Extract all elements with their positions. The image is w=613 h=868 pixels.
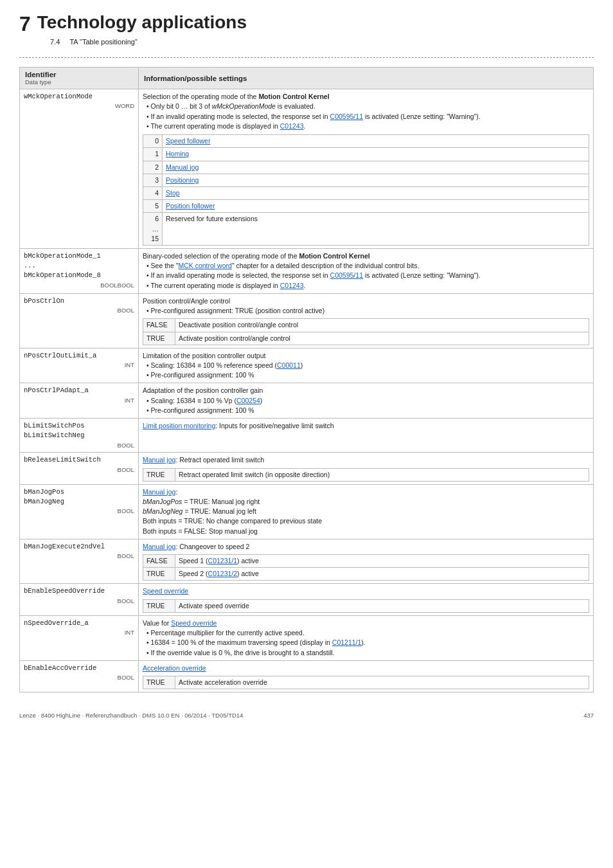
identifier-bManJog: bManJogPosbManJogNeg [24, 487, 134, 507]
link-c00011[interactable]: C00011 [277, 361, 301, 369]
link-stop[interactable]: Stop [166, 189, 180, 197]
identifier-bMckOpMode: bMckOperationMode_1...bMckOperationMode_… [24, 251, 134, 281]
link-c00254[interactable]: C00254 [236, 397, 260, 404]
link-manual-jog[interactable]: Manual jog [166, 163, 199, 171]
section-divider [19, 57, 594, 58]
link-manual-jog-4[interactable]: Manual jog [143, 543, 175, 550]
chapter-title: Technology applications [37, 13, 247, 33]
link-c00595[interactable]: C00595/11 [330, 113, 363, 120]
link-mck-control-word[interactable]: MCK control word [178, 262, 231, 269]
link-homing[interactable]: Homing [166, 150, 189, 158]
link-limit-position-monitoring[interactable]: Limit position monitoring [143, 422, 215, 429]
link-c01243-2[interactable]: C01243 [280, 282, 304, 289]
list-item: TRUE Retract operated limit switch (in o… [143, 468, 589, 481]
link-manual-jog-3[interactable]: Manual jog [143, 488, 175, 496]
footer-page-number: 437 [583, 712, 594, 719]
identifier-wMckOperationMode: wMckOperationMode [24, 92, 134, 102]
table-row: wMckOperationMode WORD Selection of the … [20, 89, 594, 249]
link-speed-override-2[interactable]: Speed override [171, 619, 217, 627]
table-row: bManJogPosbManJogNeg BOOL Manual jog: bM… [20, 484, 594, 539]
list-item: 1 Homing [143, 148, 589, 161]
link-c00595-2[interactable]: C00595/11 [330, 271, 363, 279]
section-title: TA "Table positioning" [69, 38, 137, 46]
link-acceleration-override[interactable]: Acceleration override [143, 664, 206, 672]
table-row: bPosCtrlOn BOOL Position control/Angle c… [20, 293, 594, 348]
list-item: TRUE Activate speed override [143, 599, 589, 612]
table-row: bReleaseLimitSwitch BOOL Manual jog: Ret… [20, 453, 594, 484]
link-c01231-2[interactable]: C01231/2 [208, 570, 238, 577]
list-item: FALSE Speed 1 (C01231/1) active [143, 555, 589, 568]
main-table: Identifier Data type Information/possibl… [19, 67, 594, 692]
link-position-follower[interactable]: Position follower [166, 202, 215, 210]
list-item: FALSE Deactivate position control/angle … [143, 319, 589, 332]
link-c01231-1[interactable]: C01231/1 [208, 557, 238, 565]
list-item: 3 Positioning [143, 174, 589, 186]
identifier-bLimitSwitch: bLimitSwitchPosbLimitSwitchNeg [24, 421, 134, 440]
footer: Lenze · 8400 HighLine · Referenzhandbuch… [19, 712, 594, 719]
list-item: 0 Speed follower [143, 135, 589, 148]
table-row: bEnableSpeedOverride BOOL Speed override… [20, 584, 594, 615]
identifier-nPosCtrlOutLimit: nPosCtrlOutLimit_a [24, 351, 134, 361]
link-positioning[interactable]: Positioning [166, 176, 199, 184]
list-item: 5 Position follower [143, 200, 589, 213]
list-item: 6 … 15 Reserved for future extensions [143, 213, 589, 246]
table-row: bMckOperationMode_1...bMckOperationMode_… [20, 249, 594, 294]
footer-left: Lenze · 8400 HighLine · Referenzhandbuch… [19, 712, 243, 719]
identifier-nSpeedOverride: nSpeedOverride_a [24, 619, 134, 628]
table-row: bEnableAccOverride BOOL Acceleration ove… [20, 660, 594, 692]
chapter-number: 7 [19, 13, 31, 35]
col-header-id: Identifier Data type [20, 68, 139, 89]
list-item: TRUE Speed 2 (C01231/2) active [143, 568, 589, 581]
identifier-bReleaseLimitSwitch: bReleaseLimitSwitch [24, 455, 134, 465]
table-row: bManJogExecute2ndVel BOOL Manual jog: Ch… [20, 539, 594, 584]
list-item: TRUE Activate acceleration override [143, 676, 589, 689]
link-c01211[interactable]: C01211/1 [332, 638, 362, 646]
list-item: TRUE Activate position control/angle con… [143, 332, 589, 345]
sub-table-wMck: 0 Speed follower 1 Homing 2 Manual jog 3… [143, 134, 589, 246]
table-row: nPosCtrlPAdapt_a INT Adaptation of the p… [20, 383, 594, 419]
list-item: 2 Manual jog [143, 161, 589, 174]
table-row: nSpeedOverride_a INT Value for Speed ove… [20, 615, 594, 660]
link-speed-follower[interactable]: Speed follower [166, 137, 210, 145]
identifier-bPosCtrlOn: bPosCtrlOn [24, 296, 134, 306]
identifier-bManJogExecute2ndVel: bManJogExecute2ndVel [24, 542, 134, 552]
identifier-bEnableAccOverride: bEnableAccOverride [24, 664, 134, 673]
link-c01243[interactable]: C01243 [280, 122, 304, 130]
table-row: bLimitSwitchPosbLimitSwitchNeg BOOL Limi… [20, 419, 594, 453]
section-number: 7.4 [50, 38, 60, 46]
table-row: nPosCtrlOutLimit_a INT Limitation of the… [20, 348, 594, 383]
col-header-info: Information/possible settings [139, 68, 594, 89]
link-manual-jog-2[interactable]: Manual jog [143, 456, 175, 464]
link-speed-override[interactable]: Speed override [143, 587, 188, 595]
identifier-bEnableSpeedOverride: bEnableSpeedOverride [24, 586, 134, 596]
list-item: 4 Stop [143, 186, 589, 199]
identifier-nPosCtrlPAdapt: nPosCtrlPAdapt_a [24, 386, 134, 395]
